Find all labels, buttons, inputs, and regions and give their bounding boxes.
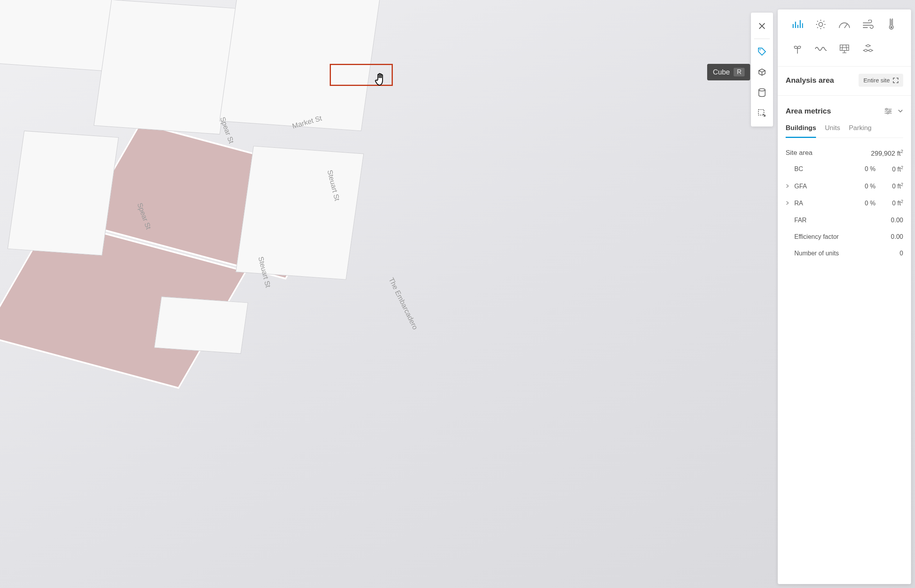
sun-icon[interactable]: [809, 17, 833, 32]
solar-panel-icon[interactable]: [833, 41, 856, 57]
chevron-right-icon: [786, 200, 791, 207]
metric-key: FAR: [794, 217, 876, 224]
analysis-type-grid: [786, 17, 903, 57]
gauge-icon[interactable]: [833, 17, 856, 32]
svg-point-7: [889, 110, 891, 112]
tooltip-label: Cube: [713, 68, 730, 76]
metric-value: 0.00: [879, 217, 903, 224]
metric-percent: 0 %: [852, 166, 876, 173]
chevron-right-icon: [786, 183, 791, 190]
tab-units[interactable]: Units: [825, 122, 840, 138]
svg-point-8: [887, 112, 889, 114]
tooltip-shortcut: R: [734, 68, 745, 76]
metric-row: BC0 %0 ft2: [786, 161, 903, 178]
metric-percent: 0 %: [852, 183, 876, 190]
bar-chart-icon[interactable]: [786, 17, 809, 32]
metric-key: Efficiency factor: [794, 233, 876, 240]
metric-key: GFA: [794, 183, 849, 190]
metric-percent: 0 %: [852, 200, 876, 207]
metrics-tabs: Buildings Units Parking: [786, 122, 903, 138]
boxes-icon[interactable]: [856, 41, 880, 57]
chevron-down-icon[interactable]: [898, 109, 903, 113]
svg-point-6: [886, 108, 887, 110]
close-tool-button[interactable]: [751, 16, 773, 36]
metric-row: FAR0.00: [786, 212, 903, 229]
metric-value: 0.00: [879, 233, 903, 240]
plant-icon[interactable]: [786, 41, 809, 57]
metric-row[interactable]: RA0 %0 ft2: [786, 195, 903, 212]
cylinder-tool-button[interactable]: [751, 82, 773, 103]
scope-label: Entire site: [863, 77, 890, 84]
metric-row: Efficiency factor0.00: [786, 229, 903, 245]
scope-selector[interactable]: Entire site: [859, 74, 903, 87]
settings-sliders-icon[interactable]: [884, 108, 892, 114]
tool-toolbar: Cube R: [751, 13, 773, 127]
wind-icon[interactable]: [856, 17, 880, 32]
tool-tooltip: Cube R: [707, 64, 750, 80]
site-area-label: Site area: [786, 149, 812, 158]
select-tool-button[interactable]: [751, 103, 773, 123]
svg-point-3: [819, 22, 823, 26]
tab-buildings[interactable]: Buildings: [786, 122, 816, 138]
metric-value: 0: [879, 250, 903, 257]
svg-point-0: [760, 49, 761, 50]
street-label: The Embarcadero: [387, 276, 419, 331]
tab-parking[interactable]: Parking: [849, 122, 872, 138]
thermometer-icon[interactable]: [880, 17, 903, 32]
metric-key: RA: [794, 200, 849, 207]
svg-point-1: [759, 89, 765, 91]
metric-row[interactable]: GFA0 %0 ft2: [786, 178, 903, 195]
metric-value: 0 ft2: [879, 199, 903, 207]
area-metrics-label: Area metrics: [786, 107, 831, 115]
expand-icon: [893, 78, 898, 83]
metric-row: Number of units0: [786, 245, 903, 262]
metric-value: 0 ft2: [879, 166, 903, 173]
svg-point-4: [891, 26, 893, 28]
metric-key: Number of units: [794, 250, 876, 257]
metric-value: 0 ft2: [879, 182, 903, 190]
cube-tool-button[interactable]: Cube R: [751, 62, 773, 82]
site-area-value: 299,902 ft2: [871, 149, 903, 158]
analysis-area-label: Analysis area: [786, 76, 834, 85]
tag-tool-button[interactable]: [751, 41, 773, 62]
metric-key: BC: [794, 166, 849, 173]
wave-icon[interactable]: [809, 41, 833, 57]
analysis-panel: Analysis area Entire site Area metrics B…: [778, 9, 911, 584]
